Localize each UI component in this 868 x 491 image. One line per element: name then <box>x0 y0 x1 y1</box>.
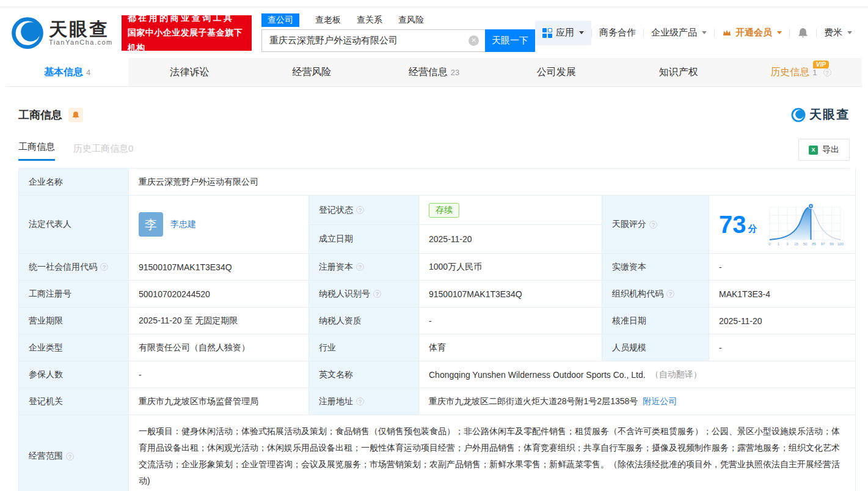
help-icon[interactable] <box>649 221 657 229</box>
apps-menu-label: 应用 <box>556 27 574 39</box>
svg-text:1: 1 <box>777 242 779 246</box>
chevron-down-icon <box>777 31 782 34</box>
tab-label: 基本信息 <box>44 66 83 79</box>
search-tab-boss[interactable]: 查老板 <box>315 13 341 27</box>
tab-label: 知识产权 <box>659 66 698 79</box>
reg-status-label: 登记状态 <box>309 196 419 225</box>
svg-text:100: 100 <box>837 242 844 246</box>
excel-icon <box>809 146 818 155</box>
svg-text:3: 3 <box>786 242 789 246</box>
enterprise-product-label: 企业级产品 <box>651 27 697 39</box>
enterprise-product-menu[interactable]: 企业级产品 <box>644 27 714 39</box>
reg-number-value: 500107020244520 <box>129 281 309 308</box>
help-icon[interactable] <box>666 290 674 298</box>
export-label: 导出 <box>822 144 839 155</box>
clear-input-icon[interactable] <box>469 35 479 46</box>
paid-capital-label: 实缴资本 <box>602 254 709 281</box>
taxpayer-quality-label: 纳税人资质 <box>309 308 419 334</box>
business-info-subtabs: 工商信息 历史工商信息0 导出 <box>18 139 850 161</box>
legal-rep-avatar[interactable]: 李 <box>139 212 163 237</box>
promo-line-2: 国家中小企业发展子基金旗下机构 <box>128 25 246 55</box>
reg-authority-label: 登记机关 <box>19 388 129 415</box>
svg-text:85: 85 <box>812 242 816 246</box>
help-icon[interactable] <box>66 452 74 460</box>
address-label: 注册地址 <box>309 388 419 415</box>
svg-text:0: 0 <box>768 242 771 246</box>
uscc-label-text: 统一社会信用代码 <box>29 262 97 273</box>
subscribe-bell-button[interactable] <box>68 108 83 122</box>
svg-text:99: 99 <box>830 242 834 246</box>
industry-label: 行业 <box>309 334 419 361</box>
reg-status-label-text: 登记状态 <box>319 205 353 216</box>
org-code-value: MAK1T3E3-4 <box>709 281 856 308</box>
taxpayer-quality-value: - <box>419 308 602 334</box>
english-name-label: 英文名称 <box>309 361 419 388</box>
export-button[interactable]: 导出 <box>798 139 850 161</box>
business-scope-label-text: 经营范围 <box>29 451 63 462</box>
tab-intellectual-property[interactable]: 知识产权 <box>618 58 740 86</box>
search-tab-company[interactable]: 查公司 <box>261 13 299 27</box>
tab-count: 1 <box>812 68 817 77</box>
brand-name: 天眼查 <box>49 20 113 39</box>
help-icon[interactable] <box>356 206 364 214</box>
uscc-value: 91500107MAK1T3E34Q <box>129 254 309 281</box>
company-nav-tabs: 基本信息 4 法律诉讼 经营风险 经营信息 23 公司发展 知识产权 VIP 历… <box>6 58 862 87</box>
auto-translate-note: （自动翻译） <box>651 369 702 380</box>
search-input[interactable] <box>261 29 485 52</box>
tab-count: 4 <box>86 68 90 77</box>
taxpayer-id-label-text: 纳税人识别号 <box>319 289 370 300</box>
help-icon[interactable] <box>823 68 831 76</box>
section-title: 工商信息 <box>18 108 62 122</box>
help-icon[interactable] <box>356 263 364 271</box>
nearby-companies-link[interactable]: 附近公司 <box>643 396 677 407</box>
subtab-history-business-info[interactable]: 历史工商信息0 <box>73 143 133 161</box>
score-distribution-chart: 0 1 3 15 50 85 97 99 100 <box>766 202 845 247</box>
business-term-value: 2025-11-20 至 无固定期限 <box>129 308 309 334</box>
help-icon[interactable] <box>356 397 364 405</box>
search-tab-risk[interactable]: 查风险 <box>398 13 424 27</box>
business-cooperation-link[interactable]: 商务合作 <box>592 27 643 39</box>
notifications-bell[interactable] <box>790 27 816 39</box>
establish-date-label: 成立日期 <box>309 225 419 254</box>
svg-text:15: 15 <box>794 242 798 246</box>
tab-history-info[interactable]: VIP 历史信息 1 <box>740 58 862 86</box>
staff-size-value: - <box>709 334 856 361</box>
vip-upgrade-menu[interactable]: 开通会员 <box>715 27 789 39</box>
crown-icon <box>722 28 732 38</box>
user-menu[interactable]: 费米 <box>817 27 859 39</box>
business-info-table: 企业名称 重庆云深荒野户外运动有限公司 法定代表人 李 李忠建 登记状态 存续 … <box>18 168 850 491</box>
chevron-down-icon <box>847 31 852 34</box>
top-menu: 应用 商务合作 企业级产品 开通会员 费米 <box>535 21 868 45</box>
tab-operation-risk[interactable]: 经营风险 <box>250 58 373 86</box>
address-value: 重庆市九龙坡区二郎街道火炬大道28号附1号2层1358号 <box>429 396 638 407</box>
help-icon[interactable] <box>100 263 108 271</box>
svg-text:97: 97 <box>820 242 825 246</box>
reg-capital-value: 1000万人民币 <box>419 254 602 281</box>
search-tab-relation[interactable]: 查关系 <box>357 13 382 27</box>
english-name-cell: Chongqing Yunshen Wilderness Outdoor Spo… <box>419 361 856 388</box>
site-header: 天眼查 TianYanCha.com 都在用的商业查询工具 国家中小企业发展子基… <box>0 7 868 58</box>
tab-company-development[interactable]: 公司发展 <box>495 58 618 86</box>
subtab-business-info[interactable]: 工商信息 <box>18 141 55 161</box>
vip-upgrade-label: 开通会员 <box>735 27 772 39</box>
chevron-down-icon <box>579 31 584 34</box>
help-icon[interactable] <box>373 290 381 298</box>
business-scope-value: 一般项目：健身休闲活动；体验式拓展活动及策划；食品销售（仅销售预包装食品）；非公… <box>129 415 856 491</box>
tab-operation-info[interactable]: 经营信息 23 <box>373 58 495 86</box>
org-code-label: 组织机构代码 <box>602 281 709 308</box>
uscc-label: 统一社会信用代码 <box>19 254 129 281</box>
search-button[interactable]: 天眼一下 <box>485 29 535 52</box>
score-label-text: 天眼评分 <box>612 219 646 230</box>
apps-menu[interactable]: 应用 <box>535 21 591 45</box>
tab-basic-info[interactable]: 基本信息 4 <box>6 58 128 86</box>
tianyancha-logo-icon <box>11 17 44 50</box>
tianyancha-logo[interactable]: 天眼查 TianYanCha.com <box>11 17 113 50</box>
reg-authority-value: 重庆市九龙坡区市场监督管理局 <box>129 388 309 415</box>
industry-value: 体育 <box>419 334 602 361</box>
legal-rep-link[interactable]: 李忠建 <box>170 219 196 230</box>
staff-size-label: 人员规模 <box>602 334 709 361</box>
tab-legal-litigation[interactable]: 法律诉讼 <box>128 58 250 86</box>
company-type-value: 有限责任公司（自然人独资） <box>129 334 309 361</box>
tab-label: 法律诉讼 <box>170 66 209 79</box>
user-name: 费米 <box>824 27 842 39</box>
